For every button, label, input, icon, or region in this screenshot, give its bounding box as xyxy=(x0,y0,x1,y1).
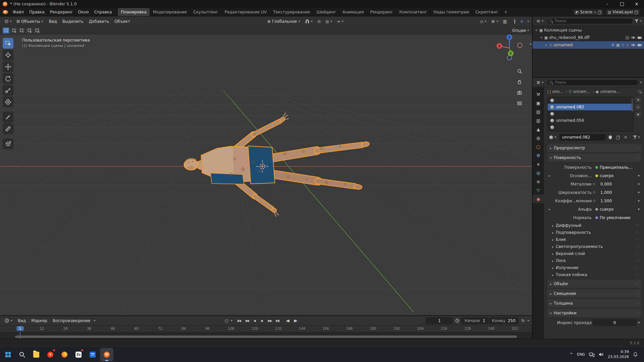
properties-tab[interactable]: ⚒ xyxy=(533,90,544,99)
slot-list-button[interactable]: + xyxy=(635,97,641,103)
properties-tab[interactable]: ▲ xyxy=(533,125,544,134)
filter-icon[interactable] xyxy=(635,19,639,23)
subsection-header[interactable]: Верхний слой xyxy=(547,250,641,257)
hidden-icons-chevron[interactable]: ^ xyxy=(569,352,573,357)
snap-toggle[interactable] xyxy=(303,18,315,24)
current-frame-field[interactable]: 1 xyxy=(426,317,453,324)
taskbar-app-button[interactable] xyxy=(1,348,15,361)
taskbar-app-button[interactable] xyxy=(100,348,113,361)
navigation-gizmo[interactable]: Z X Y xyxy=(494,31,525,65)
material-slot-row[interactable] xyxy=(548,97,633,104)
select-mode-extend-button[interactable] xyxy=(10,28,17,34)
subsection-header[interactable]: Диффузный xyxy=(547,222,641,229)
properties-tab[interactable]: ▽ xyxy=(533,186,544,195)
property-value-widget[interactable]: cuerpo xyxy=(593,172,636,179)
scene-selector[interactable]: Scene xyxy=(573,9,603,15)
chevron-down-icon[interactable] xyxy=(640,82,642,83)
outliner-row[interactable]: ▾ Коллекция сцены xyxy=(533,27,644,34)
properties-tab[interactable]: ▢ xyxy=(533,142,544,151)
xray-toggle[interactable] xyxy=(501,18,509,25)
workspace-tab[interactable]: Ноды геометрии xyxy=(431,8,473,16)
frame-end-field[interactable]: Конец250 xyxy=(489,317,518,324)
workspace-tab[interactable]: Скриптинг xyxy=(472,8,501,16)
playback-button[interactable]: ▶▶ xyxy=(266,317,274,324)
taskbar-app-button[interactable] xyxy=(86,348,99,361)
expander-icon[interactable]: ▾ xyxy=(540,36,543,39)
properties-tab[interactable]: ◎ xyxy=(533,168,544,177)
properties-search-input[interactable] xyxy=(547,80,639,86)
window-maximize-button[interactable] xyxy=(614,0,629,8)
taskbar-app-button[interactable]: Zz xyxy=(72,348,85,361)
viewport-scene[interactable] xyxy=(0,27,532,315)
new-scene-icon[interactable] xyxy=(598,10,601,14)
material-slot-row[interactable] xyxy=(548,110,633,117)
viewport-menu-item[interactable]: Добавить xyxy=(86,18,112,25)
workspace-tab[interactable]: Анимация xyxy=(339,8,367,16)
show-gizmos-button[interactable] xyxy=(478,18,489,25)
playback-sync-button[interactable] xyxy=(519,317,527,324)
playback-button[interactable]: ▶ xyxy=(258,317,266,324)
exclude-checkbox[interactable] xyxy=(626,36,629,40)
taskbar-app-button[interactable] xyxy=(58,348,71,361)
expander-icon[interactable]: ▸ xyxy=(549,174,550,177)
properties-tab[interactable]: ∗ xyxy=(533,160,544,168)
shading-material-button[interactable] xyxy=(521,20,523,22)
material-slot-row[interactable]: unnamed.082 xyxy=(548,104,633,110)
slot-list-button[interactable]: − xyxy=(635,104,641,110)
workspace-tab[interactable]: Моделирование xyxy=(150,8,190,16)
tool-add-cube[interactable] xyxy=(3,139,13,149)
section-header[interactable]: Толщина xyxy=(547,299,641,307)
menu-item[interactable]: Правка xyxy=(27,9,47,15)
sidebar-collapse-arrow[interactable] xyxy=(530,42,531,46)
zoom-button[interactable] xyxy=(516,67,523,75)
workspace-tab[interactable]: Шейдинг xyxy=(313,8,339,16)
frame-start-field[interactable]: Начало1 xyxy=(461,317,488,324)
outliner-editor-type-button[interactable] xyxy=(535,17,546,24)
shading-rendered-button[interactable] xyxy=(524,20,527,22)
toggle-ortho-button[interactable] xyxy=(516,100,523,107)
falloff-dropdown[interactable] xyxy=(335,18,346,25)
section-settings[interactable]: Настройки xyxy=(547,309,641,317)
modifier-icon[interactable] xyxy=(611,43,614,47)
timeline-editor-type-button[interactable] xyxy=(3,317,14,324)
shading-wireframe-button[interactable] xyxy=(513,18,516,25)
subsection-header[interactable]: Подповерхность xyxy=(547,229,641,236)
subsection-header[interactable]: Излучение xyxy=(547,264,641,271)
breadcrumb-item[interactable]: ▢ unn... xyxy=(547,89,567,94)
taskbar-app-button[interactable]: Y xyxy=(44,348,57,361)
taskbar-app-button[interactable] xyxy=(15,348,29,361)
tool-annotate[interactable] xyxy=(3,112,13,122)
fake-user-button[interactable] xyxy=(607,134,613,141)
material-slot-row[interactable]: unnamed.056 xyxy=(548,117,633,124)
current-frame-marker[interactable]: 1 xyxy=(17,326,24,331)
timeline-menu-item[interactable]: Вид xyxy=(15,317,29,324)
expander-icon[interactable]: ▸ xyxy=(545,43,548,47)
workspace-tab[interactable]: Рендеринг xyxy=(367,8,396,16)
properties-tab[interactable]: ◍ xyxy=(533,134,544,142)
outliner-search-input[interactable] xyxy=(547,18,633,24)
section-header[interactable]: Объём xyxy=(547,279,641,288)
tool-cursor[interactable] xyxy=(3,50,13,60)
tool-transform[interactable] xyxy=(3,97,13,107)
workspace-tab[interactable]: Композитинг xyxy=(396,8,431,16)
timeline-menu-item[interactable]: Маркер xyxy=(29,317,50,324)
select-mode-subtract-button[interactable] xyxy=(18,28,25,34)
tool-scale[interactable] xyxy=(3,85,13,96)
workspace-tab[interactable]: Скульптинг xyxy=(190,8,221,16)
shading-dropdown-icon[interactable] xyxy=(527,21,529,22)
viewport-menu-item[interactable]: Выделить xyxy=(60,18,86,25)
select-mode-new-button[interactable] xyxy=(3,28,9,34)
playback-button[interactable]: ◀ xyxy=(251,317,258,324)
editor-type-button[interactable] xyxy=(3,18,14,25)
unlink-material-button[interactable] xyxy=(622,134,629,141)
new-viewlayer-icon[interactable] xyxy=(635,10,638,14)
camera-view-button[interactable] xyxy=(516,89,523,96)
playback-button[interactable]: ◀◀ xyxy=(243,317,250,324)
transform-orientation-dropdown[interactable]: Глобальное xyxy=(265,18,302,25)
breadcrumb-item[interactable]: ▽ unnam... xyxy=(569,89,594,94)
expander-icon[interactable]: ▸ xyxy=(549,207,550,211)
pass-index-field[interactable]: 0 xyxy=(593,319,636,326)
select-mode-intersect-button[interactable] xyxy=(34,28,40,34)
property-value-widget[interactable]: Принципиальный BSDF xyxy=(593,164,636,170)
properties-tab[interactable]: ▤ xyxy=(533,107,544,116)
